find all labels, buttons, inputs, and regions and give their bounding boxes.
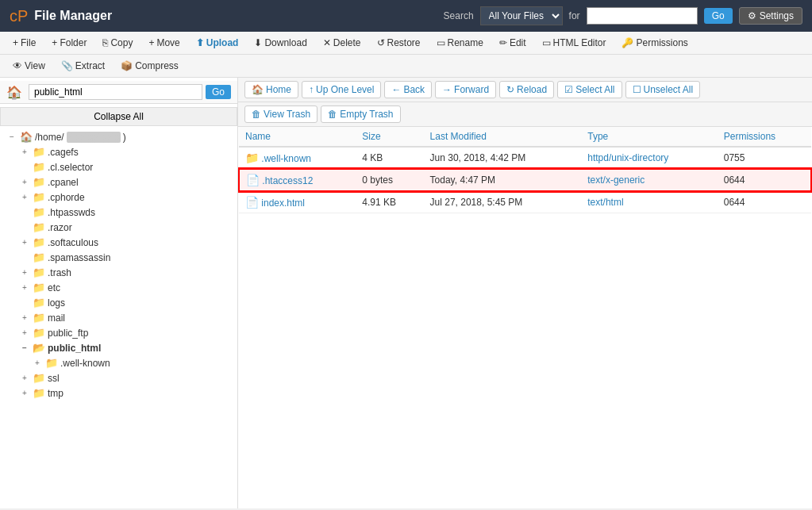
search-label: Search (444, 10, 474, 21)
rename-icon: ▭ (437, 37, 445, 48)
move-button[interactable]: + Move (142, 35, 186, 51)
folder-button[interactable]: + Folder (45, 35, 93, 51)
col-type[interactable]: Type (581, 127, 718, 147)
folder-icon: 🏠 (20, 131, 33, 143)
forward-icon: → (442, 84, 452, 95)
file-name-cell: 📁 .well-known (239, 147, 356, 169)
html-editor-icon: ▭ (542, 37, 551, 48)
tree-item-razor[interactable]: 📁 .razor (19, 220, 237, 235)
table-row[interactable]: 📄 .htaccess12 0 bytes Today, 4:47 PM tex… (239, 169, 811, 191)
view-button[interactable]: 👁 View (6, 58, 52, 74)
folder-icon: 📁 (33, 146, 45, 158)
tree-item-public-html[interactable]: − 📂 public_html (19, 340, 237, 355)
tree-item-cphorde[interactable]: + 📁 .cphorde (19, 190, 237, 205)
header-left: cP File Manager (10, 7, 112, 25)
col-size[interactable]: Size (356, 127, 423, 147)
folder-icon: 📁 (33, 312, 45, 324)
empty-trash-icon: 🗑 (328, 109, 337, 120)
collapse-all-button[interactable]: Collapse All (0, 107, 237, 126)
folder-icon: 📁 (33, 387, 45, 399)
tree-item-mail[interactable]: + 📁 mail (19, 310, 237, 325)
tree-item-cl-selector[interactable]: 📁 .cl.selector (19, 159, 237, 174)
back-button[interactable]: ← Back (384, 81, 432, 98)
tree-item-logs[interactable]: 📁 logs (19, 295, 237, 310)
download-icon: ⬇ (254, 37, 262, 48)
checkbox-icon: ☑ (564, 84, 573, 95)
file-permissions-cell: 0644 (718, 191, 811, 213)
table-row[interactable]: 📄 index.html 4.91 KB Jul 27, 2018, 5:45 … (239, 191, 811, 213)
tree-item-well-known-sub[interactable]: + 📁 .well-known (32, 355, 237, 370)
file-type-link[interactable]: text/html (587, 197, 623, 208)
permissions-button[interactable]: 🔑 Permissions (615, 35, 694, 51)
col-modified[interactable]: Last Modified (424, 127, 582, 147)
folder-icon: 📁 (33, 176, 45, 188)
back-icon: ← (391, 84, 401, 95)
main-toolbar: + File + Folder ⎘ Copy + Move ⬆ Upload ⬇… (0, 32, 812, 55)
upload-button[interactable]: ⬆ Upload (190, 35, 245, 51)
file-type-link[interactable]: httpd/unix-directory (587, 152, 668, 163)
folder-icon: 📁 (33, 251, 45, 263)
search-scope-select[interactable]: All Your Files File Name Content (480, 6, 563, 25)
address-go-button[interactable]: Go (206, 85, 231, 99)
table-header-row: Name Size Last Modified Type Permissions (239, 127, 811, 147)
folder-icon: 📁 (45, 357, 58, 369)
compress-button[interactable]: 📦 Compress (114, 58, 185, 74)
file-type-cell: text/html (581, 191, 718, 213)
edit-icon: ✏ (499, 37, 507, 48)
search-for-label: for (569, 10, 580, 21)
delete-button[interactable]: ✕ Delete (317, 35, 368, 51)
empty-trash-button[interactable]: 🗑 Empty Trash (321, 105, 400, 123)
settings-button[interactable]: ⚙ Settings (739, 7, 802, 25)
tree-item-cpanel[interactable]: + 📁 .cpanel (19, 174, 237, 190)
tree-item-tmp[interactable]: + 📁 tmp (19, 385, 237, 401)
tree-item-trash[interactable]: + 📁 .trash (19, 265, 237, 280)
col-name[interactable]: Name (239, 127, 356, 147)
home-nav-button[interactable]: 🏠 Home (244, 81, 298, 98)
file-name-link[interactable]: index.html (261, 197, 305, 209)
file-size-cell: 0 bytes (356, 169, 423, 191)
unselect-all-button[interactable]: ☐ Unselect All (625, 81, 701, 98)
copy-button[interactable]: ⎘ Copy (96, 35, 139, 51)
tree-item-etc[interactable]: + 📁 etc (19, 280, 237, 295)
tree-item-root[interactable]: − 🏠 /home/░░░░░░░░) (6, 129, 237, 144)
download-button[interactable]: ⬇ Download (248, 35, 313, 51)
tree-item-cagefs[interactable]: + 📁 .cagefs (19, 144, 237, 159)
tree-item-ssl[interactable]: + 📁 ssl (19, 370, 237, 385)
folder-icon: 📁 (33, 267, 45, 278)
tree-item-htpasswds[interactable]: 📁 .htpasswds (19, 205, 237, 220)
forward-button[interactable]: → Forward (435, 81, 496, 98)
cpanel-logo: cP (10, 7, 28, 25)
view-trash-button[interactable]: 🗑 View Trash (244, 105, 317, 123)
content-actions: 🗑 View Trash 🗑 Empty Trash (238, 102, 812, 127)
search-go-button[interactable]: Go (704, 8, 733, 24)
file-modified-cell: Jun 30, 2018, 4:42 PM (424, 147, 582, 169)
edit-button[interactable]: ✏ Edit (493, 35, 533, 51)
file-name-link[interactable]: .htaccess12 (262, 175, 313, 186)
tree-item-softaculous[interactable]: + 📁 .softaculous (19, 235, 237, 250)
reload-icon: ↻ (506, 84, 514, 95)
tree-item-spamassassin[interactable]: 📁 .spamassassin (19, 250, 237, 265)
trash-view-icon: 🗑 (252, 109, 261, 120)
reload-button[interactable]: ↻ Reload (499, 81, 554, 98)
header-right: Search All Your Files File Name Content … (444, 6, 802, 25)
file-table: Name Size Last Modified Type Permissions… (238, 127, 812, 213)
extract-button[interactable]: 📎 Extract (55, 58, 111, 74)
file-tree: − 🏠 /home/░░░░░░░░) + 📁 .cagefs 📁 .cl.se… (0, 129, 237, 401)
folder-icon: 📁 (33, 372, 45, 384)
file-button[interactable]: + File (6, 35, 42, 51)
tree-item-public-ftp[interactable]: + 📁 public_ftp (19, 325, 237, 340)
address-input[interactable] (29, 84, 202, 100)
search-input[interactable] (587, 7, 698, 25)
up-one-level-button[interactable]: ↑ Up One Level (302, 81, 381, 98)
file-name-link[interactable]: .well-known (261, 153, 311, 164)
rename-button[interactable]: ▭ Rename (430, 35, 490, 51)
col-permissions[interactable]: Permissions (718, 127, 811, 147)
sidebar: 🏠 Go Collapse All − 🏠 /home/░░░░░░░░) + … (0, 78, 238, 508)
select-all-button[interactable]: ☑ Select All (557, 81, 622, 98)
file-type-link[interactable]: text/x-generic (587, 174, 645, 186)
html-editor-button[interactable]: ▭ HTML Editor (536, 35, 613, 51)
home-sidebar-icon: 🏠 (6, 85, 22, 100)
file-modified-cell: Jul 27, 2018, 5:45 PM (424, 191, 582, 213)
restore-button[interactable]: ↺ Restore (371, 35, 427, 51)
table-row[interactable]: 📁 .well-known 4 KB Jun 30, 2018, 4:42 PM… (239, 147, 811, 169)
